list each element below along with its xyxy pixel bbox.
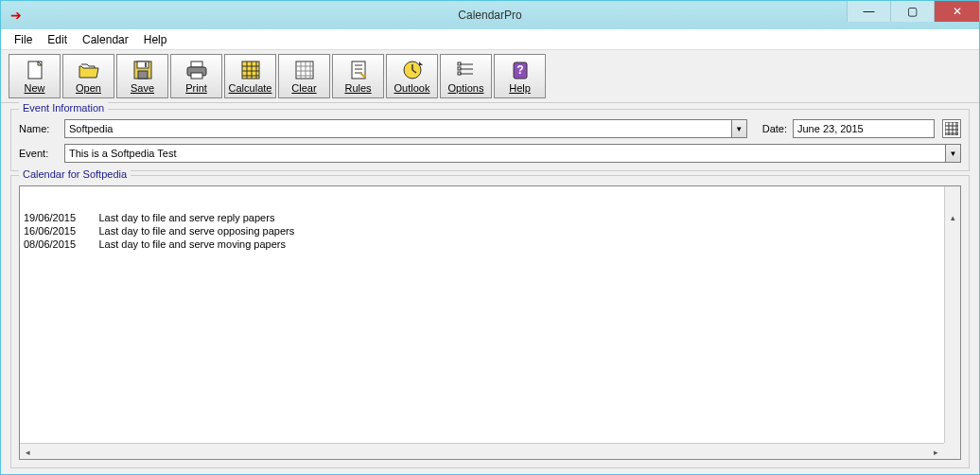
calendar-textarea[interactable]: 19/06/2015 Last day to file and serve re… xyxy=(19,185,961,460)
svg-text:?: ? xyxy=(516,63,523,77)
svg-rect-4 xyxy=(138,71,148,79)
scroll-left-icon[interactable]: ◂ xyxy=(20,444,36,460)
app-window: ➔ CalendarPro — ▢ ✕ File Edit Calendar H… xyxy=(0,0,980,475)
toolbar: New Open Save Print Calculate Clear Rule… xyxy=(1,50,979,103)
name-input[interactable] xyxy=(64,119,731,138)
svg-rect-3 xyxy=(137,62,149,68)
maximize-button[interactable]: ▢ xyxy=(890,1,934,22)
open-button[interactable]: Open xyxy=(62,54,114,98)
help-button[interactable]: ? Help xyxy=(494,54,546,98)
event-label: Event: xyxy=(19,148,59,159)
menu-file[interactable]: File xyxy=(7,31,40,48)
svg-rect-5 xyxy=(145,62,147,67)
svg-rect-35 xyxy=(458,67,461,70)
calendar-group: Calendar for Softpedia 19/06/2015 Last d… xyxy=(10,175,970,468)
scroll-up-icon[interactable]: ▴ xyxy=(945,209,961,225)
new-icon xyxy=(22,59,48,81)
horizontal-scrollbar[interactable]: ◂ ▸ xyxy=(20,443,944,459)
save-icon xyxy=(130,59,156,81)
svg-marker-30 xyxy=(419,62,423,65)
date-input[interactable] xyxy=(793,119,935,138)
print-icon xyxy=(184,59,210,81)
date-picker-button[interactable] xyxy=(942,119,961,138)
name-dropdown-button[interactable]: ▼ xyxy=(731,119,747,138)
new-button[interactable]: New xyxy=(9,54,61,98)
event-info-group: Event Information Name: ▼ Date: Event: ▼ xyxy=(10,109,970,171)
calculate-button[interactable]: Calculate xyxy=(224,54,276,98)
svg-rect-36 xyxy=(458,72,461,75)
event-input[interactable] xyxy=(64,144,945,163)
calendar-icon xyxy=(945,122,958,135)
close-button[interactable]: ✕ xyxy=(934,1,979,22)
name-combo: ▼ xyxy=(64,119,747,138)
outlook-button[interactable]: Outlook xyxy=(386,54,438,98)
save-button[interactable]: Save xyxy=(116,54,168,98)
help-icon: ? xyxy=(507,59,534,81)
svg-rect-34 xyxy=(458,62,461,65)
svg-rect-6 xyxy=(191,62,202,67)
menu-edit[interactable]: Edit xyxy=(40,31,75,48)
minimize-button[interactable]: — xyxy=(847,1,890,22)
event-combo: ▼ xyxy=(64,144,961,163)
scroll-right-icon[interactable]: ▸ xyxy=(928,444,944,460)
rules-button[interactable]: Rules xyxy=(332,54,384,98)
name-label: Name: xyxy=(19,123,59,134)
menubar: File Edit Calendar Help xyxy=(1,29,979,50)
clear-button[interactable]: Clear xyxy=(278,54,330,98)
calculate-icon xyxy=(237,59,264,81)
options-button[interactable]: Options xyxy=(440,54,492,98)
options-icon xyxy=(453,59,480,81)
scroll-corner xyxy=(944,443,960,459)
content-area: Event Information Name: ▼ Date: Event: ▼ xyxy=(1,103,979,474)
outlook-icon xyxy=(399,59,426,81)
calendar-rows: 19/06/2015 Last day to file and serve re… xyxy=(24,211,956,251)
window-title: CalendarPro xyxy=(458,9,521,22)
window-controls: — ▢ ✕ xyxy=(847,1,979,29)
vertical-scrollbar[interactable]: ▴ xyxy=(944,186,960,443)
print-button[interactable]: Print xyxy=(170,54,222,98)
menu-help[interactable]: Help xyxy=(136,31,175,48)
event-info-legend: Event Information xyxy=(19,102,108,114)
event-dropdown-button[interactable]: ▼ xyxy=(945,144,961,163)
open-icon xyxy=(76,59,102,81)
date-label: Date: xyxy=(762,123,787,134)
svg-rect-8 xyxy=(191,73,202,79)
titlebar[interactable]: ➔ CalendarPro — ▢ ✕ xyxy=(1,1,979,29)
calendar-legend: Calendar for Softpedia xyxy=(19,168,131,180)
menu-calendar[interactable]: Calendar xyxy=(75,31,136,48)
app-icon: ➔ xyxy=(7,6,26,25)
clear-icon xyxy=(291,59,318,81)
rules-icon xyxy=(345,59,372,81)
